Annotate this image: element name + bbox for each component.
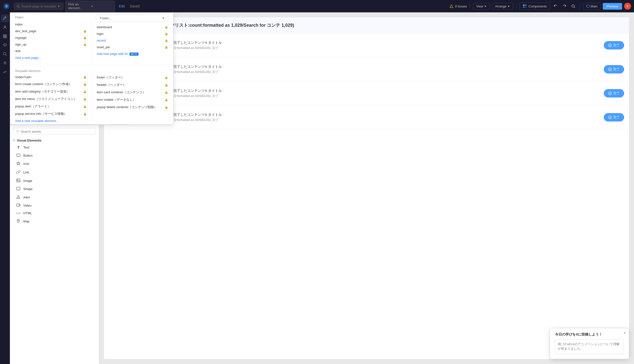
html-icon: </> — [16, 212, 21, 215]
design-icon[interactable] — [1, 14, 9, 22]
element-button[interactable]: Button — [12, 152, 97, 159]
reusable-index-uid[interactable]: /index?uid= 🔒 — [10, 74, 92, 80]
lock-icon: 🔒 — [165, 106, 168, 109]
element-link[interactable]: Link — [12, 168, 97, 177]
svg-rect-6 — [525, 4, 526, 6]
svg-rect-12 — [3, 35, 7, 36]
issues-indicator[interactable]: 0 issues — [450, 4, 467, 8]
pick-arrow: ▼ — [91, 5, 112, 8]
element-text[interactable]: T Text — [12, 143, 97, 152]
preview-button[interactable]: Preview — [603, 3, 622, 10]
lock-icon: 🔒 — [83, 98, 87, 101]
page-index[interactable]: index — [10, 21, 92, 28]
canvas-content: Current User's 学習コンテンツリスト:count:formatte… — [104, 17, 629, 359]
search-input[interactable]: ▼ — [14, 3, 63, 10]
lock-icon: 🔒 — [83, 76, 87, 79]
element-html[interactable]: </> HTML — [12, 209, 97, 217]
element-map[interactable]: Map — [12, 217, 97, 226]
pages-header: Pages — [10, 12, 92, 21]
reusable-service-info[interactable]: popup service info（サービス情報） 🔒 — [10, 110, 92, 118]
btn-label: 完了 — [613, 67, 620, 72]
panel-search-input[interactable] — [21, 130, 93, 134]
folder-label: Folder... — [100, 16, 112, 20]
add-page-ai-button[interactable]: Add new page with AI BETA — [92, 50, 173, 57]
element-label: HTML — [23, 211, 32, 215]
element-label: Shape — [23, 187, 33, 191]
reusable-list-menu[interactable]: item list menu（リストメニューアイコン） 🔒 — [10, 95, 92, 103]
settings-icon[interactable] — [1, 59, 9, 67]
item-name: form create content（コンテンツ作成） — [15, 82, 72, 86]
reusable-form-create[interactable]: form create content（コンテンツ作成） 🔒 — [10, 80, 92, 88]
arrange-button[interactable]: Arrange ▼ — [492, 3, 513, 10]
reusable-item-card[interactable]: item card contents（コンテンツ） 🔒 — [92, 88, 173, 96]
image-icon — [16, 179, 21, 183]
page-login[interactable]: login 🔒 — [92, 30, 173, 37]
completion-button[interactable]: 完了 — [604, 41, 624, 50]
database-icon[interactable] — [1, 32, 9, 40]
page-name: record — [97, 38, 106, 42]
folder-select[interactable]: Folder... ▼ — [96, 14, 169, 22]
page-signup[interactable]: sign_up 🔒 — [10, 41, 92, 48]
analytics-icon[interactable] — [1, 68, 9, 76]
page-name: 404 — [15, 49, 21, 53]
page-mypage[interactable]: mypage 🔒 — [10, 34, 92, 41]
pick-element-input[interactable]: Pick an element... ▼ — [65, 1, 115, 12]
element-icon[interactable]: Icon — [12, 159, 97, 168]
pick-label: Pick an element... — [68, 2, 89, 10]
logo[interactable] — [3, 3, 10, 10]
reusable-header[interactable]: header（ヘッダー） 🔒 — [92, 81, 173, 88]
svg-line-17 — [6, 55, 7, 56]
users-icon[interactable] — [1, 23, 9, 31]
reusable-add-category[interactable]: item add category（カテゴリー追加） 🔒 — [10, 88, 92, 95]
components-button[interactable]: Components — [519, 2, 550, 10]
lock-icon: 🔒 — [83, 43, 87, 46]
page-reset-pw[interactable]: reset_pw 🔒 — [92, 44, 173, 50]
item-name: item nodate（データなし） — [97, 98, 136, 102]
completion-button[interactable]: 完了 — [604, 89, 624, 98]
list-item: Parent group's 学習記録's 完了したコンテンツ's サムネイル … — [104, 58, 629, 82]
svg-rect-8 — [525, 6, 526, 8]
view-button[interactable]: View ▼ — [473, 3, 490, 10]
edit-button[interactable]: Edit — [117, 3, 127, 9]
element-image[interactable]: Image — [12, 177, 97, 185]
completion-button[interactable]: 完了 — [604, 65, 624, 74]
reusable-item-nodate[interactable]: item nodate（データなし） 🔒 — [92, 96, 173, 104]
add-page-button[interactable]: Add a new page... — [10, 54, 92, 61]
search-toolbar-icon[interactable] — [570, 3, 577, 10]
reusable-popup-delete[interactable]: popup delete contents（コンテンツ削除） 🔒 — [92, 104, 173, 111]
page-404[interactable]: 404 — [10, 48, 92, 54]
element-label: Alert — [23, 196, 30, 199]
chat-close-button[interactable]: × — [623, 331, 626, 335]
panel-search-container[interactable] — [13, 128, 96, 134]
element-shape[interactable]: Shape — [12, 185, 97, 193]
search-field[interactable] — [21, 4, 56, 8]
visual-elements-header[interactable]: ▼ Visual Elements — [10, 136, 99, 143]
add-reusable-button[interactable]: Add a new reusable element... — [10, 118, 92, 124]
undo-button[interactable] — [552, 3, 559, 10]
layers-icon[interactable] — [1, 41, 9, 49]
svg-rect-29 — [17, 204, 19, 206]
element-video[interactable]: Video — [12, 202, 97, 209]
chat-input-field[interactable] — [555, 339, 624, 354]
main-button[interactable]: Main — [583, 3, 601, 10]
svg-point-9 — [572, 5, 574, 7]
redo-button[interactable] — [561, 3, 568, 10]
completion-button[interactable]: 完了 — [604, 113, 624, 122]
element-alert[interactable]: Alert — [12, 193, 97, 202]
user-avatar[interactable]: B — [624, 3, 631, 10]
search-panel-icon — [16, 130, 19, 133]
divider-2 — [516, 3, 516, 9]
svg-rect-7 — [523, 6, 524, 8]
search-icon[interactable] — [1, 50, 9, 58]
svg-line-4 — [19, 7, 20, 8]
section-toggle: ▼ — [13, 139, 15, 142]
canvas-header: Current User's 学習コンテンツリスト:count:formatte… — [104, 17, 629, 34]
folder-arrow: ▼ — [162, 16, 165, 20]
lock-icon: 🔒 — [165, 91, 168, 94]
page-dashboard[interactable]: dashboard 🔒 — [92, 24, 173, 30]
reusable-popup-alert[interactable]: popup alert（アラート） 🔒 — [10, 103, 92, 110]
page-record[interactable]: record 🔒 — [92, 37, 173, 44]
reusable-footer[interactable]: footer（フッター） 🔒 — [92, 74, 173, 81]
view-label: View — [476, 4, 483, 8]
page-dev-test[interactable]: dev_test_page 🔒 — [10, 28, 92, 34]
